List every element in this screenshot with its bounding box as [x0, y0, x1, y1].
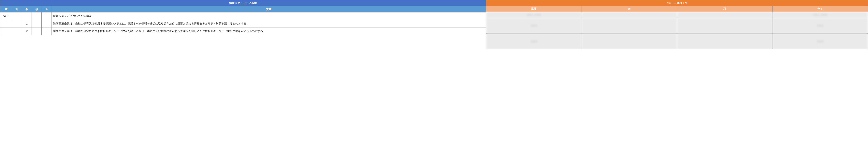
table-row: 第９ 保護システムについての管理策: [0, 12, 486, 20]
cell-chapsec: 3.8.3: [486, 18, 582, 34]
cell-chapsec: 3.8.9: [486, 34, 582, 49]
cell-text: 防衛関連企業は、自社の保有又は使用する保護システムに、保護すべき情報を適切に取り…: [52, 20, 486, 27]
table-row: １ 防衛関連企業は、自社の保有又は使用する保護システムに、保護すべき情報を適切に…: [0, 20, 486, 27]
cell-article: [582, 18, 677, 34]
cell-number: [42, 20, 52, 27]
cell-section: [12, 12, 22, 20]
col-text: 文章: [52, 6, 486, 12]
cell-item: [677, 12, 773, 18]
col-all: 全て: [773, 6, 868, 12]
cell-article: [582, 34, 677, 49]
cell-all: 3.8.3: [773, 18, 868, 34]
header-row: 章節 条 項 全て: [486, 6, 868, 12]
cell-all: 3.8.1, 3.8.9: [773, 12, 868, 18]
cell-all: 3.8.9: [773, 34, 868, 49]
cell-item: [677, 34, 773, 49]
col-article: 条: [22, 6, 32, 12]
cell-item: [677, 18, 773, 34]
cell-article: [582, 12, 677, 18]
comparison-table-wrapper: 情報セキュリティ基準 章 節 条 項 号 文章 第９ 保護システムについての管理…: [0, 0, 868, 49]
cell-number: [42, 27, 52, 35]
cell-chapter: [0, 20, 12, 27]
title-row: NIST SP800-171: [486, 0, 868, 6]
cell-chapter: 第９: [0, 12, 12, 20]
cell-article: ２: [22, 27, 32, 35]
panel-title: NIST SP800-171: [486, 0, 868, 6]
cell-chapter: [0, 27, 12, 35]
nist-panel: NIST SP800-171 章節 条 項 全て 3.8.1, 3.8.9 3.…: [486, 0, 868, 49]
nist-table: NIST SP800-171 章節 条 項 全て 3.8.1, 3.8.9 3.…: [486, 0, 868, 49]
panel-title: 情報セキュリティ基準: [0, 0, 486, 6]
cell-item: [32, 20, 42, 27]
cell-item: [32, 12, 42, 20]
header-row: 章 節 条 項 号 文章: [0, 6, 486, 12]
col-number: 号: [42, 6, 52, 12]
col-section: 節: [12, 6, 22, 12]
col-item: 項: [677, 6, 773, 12]
cell-number: [42, 12, 52, 20]
security-standard-panel: 情報セキュリティ基準 章 節 条 項 号 文章 第９ 保護システムについての管理…: [0, 0, 486, 49]
cell-text: 保護システムについての管理策: [52, 12, 486, 20]
col-chapsec: 章節: [486, 6, 582, 12]
col-article: 条: [582, 6, 677, 12]
cell-chapsec: 3.8.1, 3.8.9: [486, 12, 582, 18]
cell-text: 防衛関連企業は、前項の規定に基づき情報セキュリティ対策を講じる際は、本基準及び付…: [52, 27, 486, 35]
table-row: 3.8.1, 3.8.9 3.8.1, 3.8.9: [486, 12, 868, 18]
cell-article: １: [22, 20, 32, 27]
security-standard-table: 情報セキュリティ基準 章 節 条 項 号 文章 第９ 保護システムについての管理…: [0, 0, 486, 35]
col-chapter: 章: [0, 6, 12, 12]
cell-section: [12, 27, 22, 35]
table-row: 3.8.3 3.8.3: [486, 18, 868, 34]
title-row: 情報セキュリティ基準: [0, 0, 486, 6]
table-row: ２ 防衛関連企業は、前項の規定に基づき情報セキュリティ対策を講じる際は、本基準及…: [0, 27, 486, 35]
cell-article: [22, 12, 32, 20]
col-item: 項: [32, 6, 42, 12]
cell-section: [12, 20, 22, 27]
cell-item: [32, 27, 42, 35]
table-row: 3.8.9 3.8.9: [486, 34, 868, 49]
